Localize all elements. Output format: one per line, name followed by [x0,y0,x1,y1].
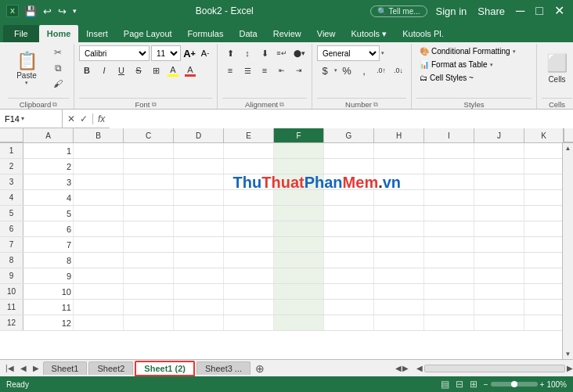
col-header-a[interactable]: A [23,128,74,142]
decrease-font-btn[interactable]: A- [198,46,212,60]
cell-h1[interactable] [374,143,424,158]
cell-d6[interactable] [174,221,224,236]
cell-i12[interactable] [424,315,474,330]
increase-font-btn[interactable]: A+ [182,46,196,60]
cell-f5[interactable] [274,206,324,221]
cell-c4[interactable] [124,190,174,205]
number-expand-icon[interactable]: ⧉ [373,101,378,109]
scroll-up-arrow[interactable]: ▲ [564,143,573,153]
cell-k7[interactable] [524,237,562,252]
merge-center-btn[interactable]: ⬤▾ [291,45,307,61]
cell-f9[interactable] [274,268,324,283]
cell-d8[interactable] [174,253,224,268]
cell-d4[interactable] [174,190,224,205]
cell-i10[interactable] [424,284,474,299]
horizontal-scrollbar[interactable] [424,365,565,372]
undo-btn[interactable]: ↩ [41,4,54,19]
cell-a7[interactable]: 7 [23,237,74,252]
tell-me-box[interactable]: 🔍 Tell me... [370,5,427,17]
cell-c6[interactable] [124,221,174,236]
cell-e8[interactable] [224,253,274,268]
cell-k9[interactable] [524,268,562,283]
normal-view-btn[interactable]: ▤ [441,379,449,390]
font-size-select[interactable]: 11 [151,45,181,61]
cell-k1[interactable] [524,143,562,158]
paste-button[interactable]: 📋 Paste ▾ [8,45,45,91]
cell-e9[interactable] [224,268,274,283]
cell-e11[interactable] [224,300,274,315]
underline-btn[interactable]: U [114,63,129,78]
cell-d1[interactable] [174,143,224,158]
comma-btn[interactable]: , [356,63,372,78]
cell-f10[interactable] [274,284,324,299]
cell-j9[interactable] [474,268,524,283]
zoom-out-btn[interactable]: − [484,380,488,389]
row-num-2[interactable]: 2 [0,159,23,174]
share-btn[interactable]: Share [475,4,507,19]
cell-f6[interactable] [274,221,324,236]
cell-i11[interactable] [424,300,474,315]
cell-c11[interactable] [124,300,174,315]
cell-a5[interactable]: 5 [23,206,74,221]
close-btn[interactable]: ✕ [552,5,567,17]
tab-home[interactable]: Home [39,25,79,42]
cell-b2[interactable] [74,159,124,174]
cell-k6[interactable] [524,221,562,236]
currency-btn[interactable]: $ [317,63,333,78]
sign-in-btn[interactable]: Sign in [434,4,470,19]
align-right-btn[interactable]: ≡ [257,63,272,78]
cell-d3[interactable]: ThuThuatPhanMem.vn [174,174,224,189]
cell-c5[interactable] [124,206,174,221]
col-header-h[interactable]: H [374,128,424,142]
scroll-down-arrow[interactable]: ▼ [564,349,573,359]
decrease-decimal-btn[interactable]: .0↓ [391,63,406,78]
cell-d10[interactable] [174,284,224,299]
align-left-btn[interactable]: ≡ [222,63,238,78]
cell-b11[interactable] [74,300,124,315]
sheet-tab-sheet3[interactable]: Sheet3 ... [196,361,250,375]
cell-i6[interactable] [424,221,474,236]
cell-f7[interactable] [274,237,324,252]
cell-g12[interactable] [324,315,374,330]
cell-k8[interactable] [524,253,562,268]
cell-d11[interactable] [174,300,224,315]
col-header-j[interactable]: J [474,128,524,142]
cell-e4[interactable] [224,190,274,205]
cell-a12[interactable]: 12 [23,315,74,330]
cell-a10[interactable]: 10 [23,284,74,299]
cell-i7[interactable] [424,237,474,252]
cell-b3[interactable] [74,174,124,189]
redo-btn[interactable]: ↪ [56,4,69,19]
hscroll-left-btn[interactable]: ◀ [416,364,423,372]
number-format-select[interactable]: General [317,45,380,61]
cell-e7[interactable] [224,237,274,252]
font-name-select[interactable]: Calibri [79,45,150,61]
cell-a4[interactable]: 4 [23,190,74,205]
cell-g7[interactable] [324,237,374,252]
cell-j11[interactable] [474,300,524,315]
cells-btn[interactable]: ⬜ Cells [542,45,572,91]
border-btn[interactable]: ⊞ [148,63,164,78]
row-num-10[interactable]: 10 [0,284,23,299]
cell-k2[interactable] [524,159,562,174]
wrap-text-btn[interactable]: ≡↵ [274,45,290,61]
cell-j6[interactable] [474,221,524,236]
decrease-indent-btn[interactable]: ⇤ [274,63,290,78]
cell-g11[interactable] [324,300,374,315]
tab-formulas[interactable]: Formulas [180,25,232,42]
tab-kutoolsplus[interactable]: Kutools Pl. [395,25,452,42]
cell-a2[interactable]: 2 [23,159,74,174]
cell-g10[interactable] [324,284,374,299]
cell-k11[interactable] [524,300,562,315]
cell-c9[interactable] [124,268,174,283]
cell-c10[interactable] [124,284,174,299]
cell-j1[interactable] [474,143,524,158]
cell-h2[interactable] [374,159,424,174]
cell-i4[interactable] [424,190,474,205]
cell-h10[interactable] [374,284,424,299]
cell-g2[interactable] [324,159,374,174]
cell-a9[interactable]: 9 [23,268,74,283]
row-num-9[interactable]: 9 [0,268,23,283]
cell-e5[interactable] [224,206,274,221]
cell-f11[interactable] [274,300,324,315]
